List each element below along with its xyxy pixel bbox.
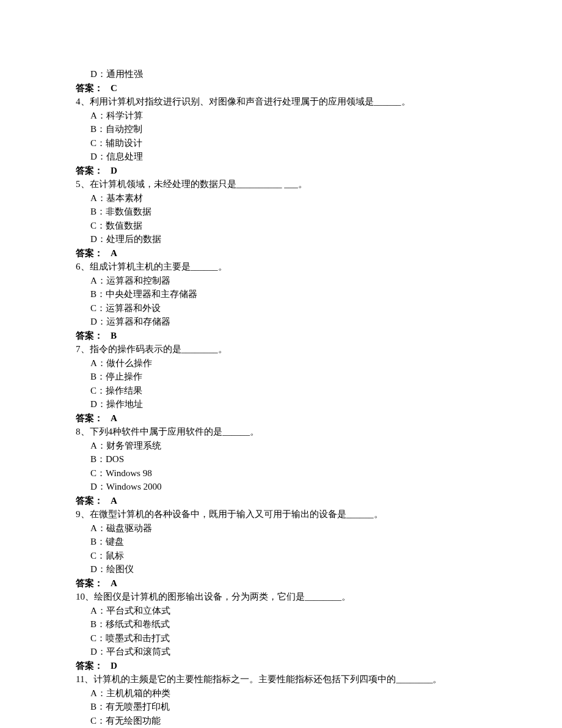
option-line: C：操作结果 [76,384,501,398]
option-line: C：喷墨式和击打式 [76,631,501,645]
answer-value: A [103,576,117,590]
answer-label: 答案： [76,661,103,671]
question-line: 4、利用计算机对指纹进行识别、对图像和声音进行处理属于的应用领域是______。 [76,95,501,109]
option-line: B：中央处理器和主存储器 [76,287,501,301]
option-line: B：键盘 [76,535,501,549]
answer-value: A [103,246,117,260]
answer-label: 答案： [76,331,103,340]
answer-line: 答案：A [76,576,501,590]
option-line: C：有无绘图功能 [76,714,501,728]
option-line: A：主机机箱的种类 [76,686,501,700]
option-line: C：Windows 98 [76,466,501,480]
answer-value: D [103,164,117,178]
option-line: D：Windows 2000 [76,480,501,494]
answer-line: 答案：A [76,411,501,425]
answer-label: 答案： [76,413,103,423]
option-line: D：平台式和滚筒式 [76,645,501,659]
option-line: D：信息处理 [76,150,501,164]
answer-value: B [103,329,117,343]
answer-label: 答案： [76,578,103,588]
option-line: A：做什么操作 [76,356,501,370]
question-line: 11、计算机的主频是它的主要性能指标之一。主要性能指标还包括下列四项中的____… [76,672,501,686]
option-line: A：磁盘驱动器 [76,521,501,535]
option-line: A：财务管理系统 [76,439,501,453]
option-line: D：处理后的数据 [76,232,501,246]
question-line: 9、在微型计算机的各种设备中，既用于输入又可用于输出的设备是______。 [76,507,501,521]
answer-line: 答案：B [76,329,501,343]
answer-line: 答案：A [76,246,501,260]
option-line: A：科学计算 [76,109,501,123]
option-line: B：非数值数据 [76,205,501,219]
question-line: 8、下列4种软件中属于应用软件的是______。 [76,425,501,439]
question-line: 6、组成计算机主机的主要是______。 [76,260,501,274]
answer-value: A [103,494,117,508]
answer-label: 答案： [76,166,103,175]
answer-line: 答案：D [76,659,501,673]
question-line: 5、在计算机领域，未经处理的数据只是__________ ___。 [76,177,501,191]
answer-value: C [103,81,117,95]
option-line: B：DOS [76,452,501,466]
option-line: B：自动控制 [76,122,501,136]
answer-value: D [103,659,117,673]
option-line: A：运算器和控制器 [76,274,501,288]
question-line: 7、指令的操作码表示的是________。 [76,342,501,356]
option-line: A：平台式和立体式 [76,604,501,618]
answer-label: 答案： [76,83,103,93]
option-line: B：移纸式和卷纸式 [76,617,501,631]
option-line: A：基本素材 [76,191,501,205]
document-body: D：通用性强答案：C4、利用计算机对指纹进行识别、对图像和声音进行处理属于的应用… [0,67,562,728]
question-line: 10、绘图仪是计算机的图形输出设备，分为两类，它们是________。 [76,590,501,604]
answer-line: 答案：A [76,494,501,508]
option-line: C：鼠标 [76,549,501,563]
answer-value: A [103,411,117,425]
option-line: D：操作地址 [76,397,501,411]
option-line: C：运算器和外设 [76,301,501,315]
answer-line: 答案：D [76,164,501,178]
answer-label: 答案： [76,248,103,258]
option-line: D：通用性强 [76,67,501,81]
option-line: B：有无喷墨打印机 [76,700,501,714]
option-line: C：辅助设计 [76,136,501,150]
option-line: D：绘图仪 [76,562,501,576]
option-line: D：运算器和存储器 [76,315,501,329]
option-line: C：数值数据 [76,219,501,233]
answer-line: 答案：C [76,81,501,95]
option-line: B：停止操作 [76,370,501,384]
answer-label: 答案： [76,496,103,506]
